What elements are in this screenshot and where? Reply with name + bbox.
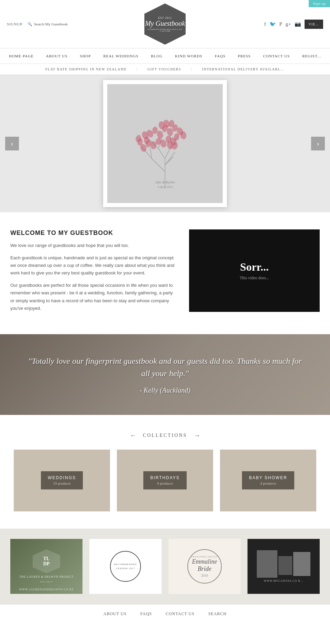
- testimonial-author: - Kelly (Auckland): [28, 386, 302, 394]
- welcome-text: WELCOME TO MY GUESTBOOK We love our rang…: [10, 229, 189, 317]
- collection-birthdays-count: 6 products: [150, 481, 180, 485]
- logo-tagline: HANDMADE KEEPSAKES THAT LAST A LIFETIME: [144, 29, 186, 32]
- footer-search[interactable]: SEARCH: [208, 611, 227, 617]
- partner-emmaline[interactable]: FEATURED ARTIST Emmaline Bride 2016: [168, 539, 241, 594]
- svg-text:4 April 2014: 4 April 2014: [157, 185, 173, 189]
- footer-aboutus[interactable]: ABOUT US: [103, 611, 126, 617]
- search-icon: 🔍: [28, 22, 32, 26]
- collection-weddings-name: WEDDINGS: [48, 475, 76, 480]
- recommended-line1: RECOMMENDED: [114, 563, 137, 566]
- collection-birthdays-name: BIRTHDAYS: [150, 475, 180, 480]
- signup-link[interactable]: SIGNUP: [7, 22, 23, 26]
- slider-next-button[interactable]: ›: [311, 137, 325, 150]
- collection-weddings-label: WEDDINGS 19 products: [41, 471, 83, 489]
- shipping-international: INTERNATIONAL DELIVERY AVAILABL...: [192, 67, 295, 71]
- collection-birthdays[interactable]: BIRTHDAYS 6 products: [117, 450, 213, 511]
- pinterest-icon[interactable]: P: [279, 21, 282, 27]
- collections-title: COLLECTIONS: [143, 433, 187, 438]
- nav-aboutus[interactable]: ABOUT US: [40, 48, 74, 64]
- collections-prev-arrow[interactable]: ←: [130, 432, 136, 439]
- tree-artwork: Jake & Rachel 4 April 2014: [117, 92, 213, 195]
- recommended-badge: RECOMMENDED VENDOR 2017: [110, 551, 141, 582]
- footer-nav: ABOUT US FAQS CONTACT US SEARCH: [0, 604, 330, 623]
- collection-birthdays-label: BIRTHDAYS 6 products: [143, 471, 187, 489]
- collection-babyshower[interactable]: BABY SHOWER 4 products: [220, 450, 316, 511]
- emmaline-bride: Bride: [198, 565, 211, 573]
- svg-line-2: [165, 152, 175, 165]
- video-area[interactable]: Sorr... This video does...: [189, 229, 320, 312]
- nav-press[interactable]: PRESS: [232, 48, 257, 64]
- recommended-line2: VENDOR 2017: [116, 567, 135, 570]
- logo-name: My Guestbook: [145, 20, 185, 27]
- mycanvas-content: WWW.MYCANVAS.CO.N...: [257, 550, 310, 583]
- logo-est: EST 2011: [158, 16, 172, 20]
- svg-text:Jake & Rachel: Jake & Rachel: [155, 180, 175, 184]
- collections-header: ← COLLECTIONS →: [10, 432, 320, 439]
- emmaline-line1: FEATURED ARTIST: [191, 555, 218, 558]
- emmaline-year: 2016: [201, 574, 208, 577]
- nav-homepage[interactable]: HOME PAGE: [3, 48, 40, 64]
- logo-area: EST 2011 My Guestbook HANDMADE KEEPSAKES…: [144, 3, 186, 45]
- welcome-section: WELCOME TO MY GUESTBOOK We love our rang…: [0, 212, 330, 334]
- svg-line-3: [158, 149, 165, 159]
- collection-babyshower-name: BABY SHOWER: [249, 475, 287, 480]
- shipping-vouchers: GIFT VOUCHERS: [137, 67, 192, 71]
- welcome-title: WELCOME TO MY GUESTBOOK: [10, 229, 175, 237]
- navigation: HOME PAGE ABOUT US SHOP REAL WEDDINGS BL…: [0, 48, 330, 64]
- twitter-icon[interactable]: 🐦: [270, 21, 276, 27]
- partner-recommended[interactable]: RECOMMENDED VENDOR 2017: [89, 539, 162, 594]
- signup-area: SIGNUP 🔍 Search My Guestbook: [7, 22, 68, 26]
- collection-weddings-count: 19 products: [48, 481, 76, 485]
- hero-slider: ‹: [0, 75, 330, 212]
- footer-contactus[interactable]: CONTACT US: [166, 611, 195, 617]
- tldp-est: EST 2014: [40, 580, 53, 583]
- facebook-icon[interactable]: f: [264, 21, 266, 27]
- shipping-nz: FLAT RATE SHIPPING IN NEW ZEALAND: [35, 67, 137, 71]
- svg-line-11: [165, 157, 173, 165]
- search-text: Search My Guestbook: [34, 22, 68, 26]
- shipping-bar: FLAT RATE SHIPPING IN NEW ZEALAND GIFT V…: [0, 64, 330, 75]
- tldp-initials2: DP: [43, 561, 50, 566]
- tldp-hexagon: TL DP: [33, 549, 60, 573]
- collections-next-arrow[interactable]: →: [194, 432, 200, 439]
- tldp-url: WWW.LAURENANDDELWYN.CO.NZ: [10, 588, 82, 591]
- social-icons: f 🐦 P g+ 📷 VIE...: [264, 20, 323, 29]
- video-sorry-text: Sorr...: [240, 261, 268, 273]
- googleplus-icon[interactable]: g+: [286, 21, 291, 27]
- welcome-para2: Each guestbook is unique, handmade and i…: [10, 254, 175, 277]
- footer-faqs[interactable]: FAQS: [140, 611, 152, 617]
- mycanvas-url: WWW.MYCANVAS.CO.N...: [257, 579, 310, 583]
- view-button[interactable]: VIE...: [305, 20, 323, 29]
- emmaline-name: Emmaline: [192, 558, 217, 565]
- nav-shop[interactable]: SHOP: [74, 48, 97, 64]
- welcome-para3: Our guestbooks are perfect for all those…: [10, 282, 175, 312]
- hero-image: Jake & Rachel 4 April 2014: [103, 80, 227, 207]
- testimonial-quote: "Totally love our fingerprint guestbook …: [28, 355, 302, 380]
- nav-faqs[interactable]: FAQS: [209, 48, 232, 64]
- partners-section: TL DP THE LAUREN & DELWYN PROJECT EST 20…: [0, 529, 330, 604]
- testimonial-section: "Totally love our fingerprint guestbook …: [0, 334, 330, 415]
- header: SIGNUP 🔍 Search My Guestbook EST 2011 My…: [0, 0, 330, 48]
- nav-realweddings[interactable]: REAL WEDDINGS: [97, 48, 145, 64]
- collection-babyshower-count: 4 products: [249, 481, 287, 485]
- logo[interactable]: EST 2011 My Guestbook HANDMADE KEEPSAKES…: [144, 3, 186, 45]
- collections-grid: WEDDINGS 19 products BIRTHDAYS 6 product…: [10, 450, 320, 511]
- svg-line-1: [152, 159, 165, 172]
- tldp-initials: TL: [43, 556, 50, 561]
- collections-section: ← COLLECTIONS → WEDDINGS 19 products BIR…: [0, 415, 330, 529]
- slider-prev-button[interactable]: ‹: [5, 137, 19, 150]
- welcome-para1: We love our range of guestbooks and hope…: [10, 242, 175, 249]
- search-area[interactable]: 🔍 Search My Guestbook: [28, 22, 68, 26]
- collection-weddings[interactable]: WEDDINGS 19 products: [14, 450, 110, 511]
- partner-mycanvas[interactable]: WWW.MYCANVAS.CO.N...: [248, 539, 320, 594]
- partner-tldp[interactable]: TL DP THE LAUREN & DELWYN PROJECT EST 20…: [10, 539, 82, 594]
- emmaline-badge: FEATURED ARTIST Emmaline Bride 2016: [187, 549, 222, 584]
- nav-kindwords[interactable]: KIND WORDS: [169, 48, 209, 64]
- nav-register[interactable]: REGIST...: [296, 48, 327, 64]
- video-message: This video does...: [240, 275, 269, 281]
- nav-contactus[interactable]: CONTACT US: [257, 48, 296, 64]
- nav-blog[interactable]: BLOG: [145, 48, 169, 64]
- tldp-subtitle: THE LAUREN & DELWYN PROJECT: [19, 575, 73, 578]
- instagram-icon[interactable]: 📷: [295, 21, 301, 27]
- collection-babyshower-label: BABY SHOWER 4 products: [242, 471, 294, 489]
